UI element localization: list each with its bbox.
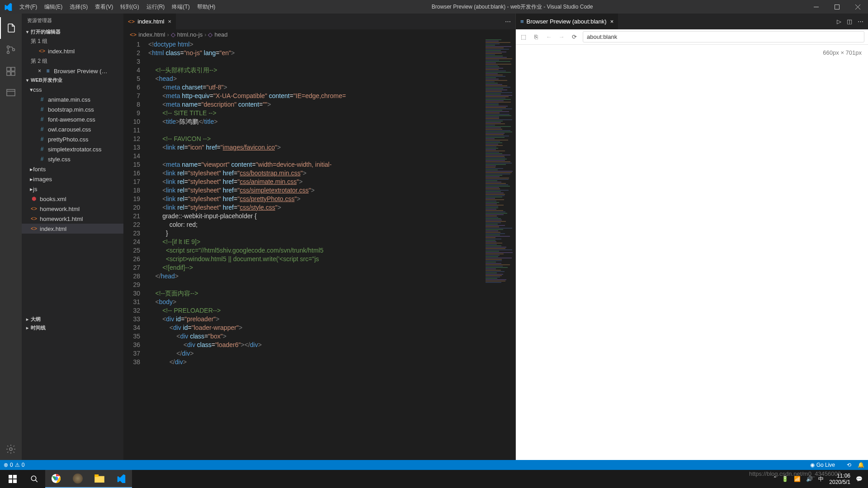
breadcrumb[interactable]: <> index.html › ◇ html.no-js › ◇ head (123, 29, 515, 39)
preview-viewport[interactable]: 660px × 701px (516, 45, 868, 460)
preview-activity-icon[interactable] (0, 82, 22, 104)
file-rotator-css[interactable]: #simpletextrotator.css (22, 144, 123, 154)
svg-rect-14 (13, 479, 17, 483)
svg-point-3 (7, 52, 9, 54)
timeline-section[interactable]: ▸时间线 (22, 324, 123, 332)
file-fontawesome-css[interactable]: #font-awesome.css (22, 114, 123, 124)
menu-go[interactable]: 转到(G) (117, 3, 142, 11)
open-editor-label: Browser Preview (… (54, 68, 107, 75)
tab-label: index.html (137, 18, 164, 25)
run-icon[interactable]: ▷ (837, 18, 841, 25)
extensions-icon[interactable] (0, 61, 22, 82)
file-homework1-html[interactable]: <>homework1.html (22, 214, 123, 224)
url-input[interactable] (583, 31, 864, 42)
minimize-button[interactable] (806, 0, 826, 14)
close-icon[interactable]: × (38, 68, 41, 74)
forward-icon[interactable]: → (557, 33, 566, 40)
file-owl-css[interactable]: #owl.carousel.css (22, 124, 123, 134)
menu-view[interactable]: 查看(V) (91, 3, 117, 11)
split-icon[interactable]: ◫ (847, 18, 852, 25)
file-style-css[interactable]: #style.css (22, 154, 123, 164)
svg-point-4 (13, 49, 15, 51)
more-icon[interactable]: ⋯ (858, 18, 863, 25)
windows-taskbar: ˄ 🔋 📶 🔊 中 11:06 2020/5/1 💬 https://blog.… (0, 470, 868, 488)
window-title: Browser Preview (about:blank) - web开发作业 … (219, 3, 806, 11)
css-file-icon: # (38, 156, 46, 162)
menu-selection[interactable]: 选择(S) (66, 3, 91, 11)
css-file-icon: # (38, 136, 46, 142)
file-label: simpletextrotator.css (48, 146, 102, 153)
css-file-icon: # (38, 146, 46, 152)
warning-count: 0 (22, 462, 25, 468)
file-books-xml[interactable]: ⬢books.xml (22, 194, 123, 204)
chevron-right-icon: ▸ (30, 166, 33, 173)
menu-terminal[interactable]: 终端(T) (168, 3, 193, 11)
file-explorer-button[interactable] (89, 470, 110, 488)
app-button-1[interactable] (67, 470, 89, 488)
minimap[interactable] (484, 39, 515, 460)
vscode-button[interactable] (110, 470, 132, 488)
svg-point-10 (9, 448, 12, 450)
folder-js[interactable]: ▸js (22, 184, 123, 194)
breadcrumb-item[interactable]: html.no-js (177, 31, 203, 38)
file-label: animate.min.css (48, 96, 90, 103)
svg-rect-6 (11, 67, 15, 71)
file-animate-css[interactable]: #animate.min.css (22, 94, 123, 104)
bell-icon[interactable]: 🔔 (858, 462, 864, 468)
back-icon[interactable]: ← (545, 33, 553, 40)
svg-point-2 (7, 46, 9, 48)
menu-run[interactable]: 运行(R) (143, 3, 169, 11)
inspect-icon[interactable]: ⬚ (519, 33, 528, 40)
file-label: books.xml (40, 196, 66, 202)
file-label: style.css (48, 156, 71, 163)
breadcrumb-item[interactable]: head (214, 31, 227, 38)
project-section[interactable]: ▾WEB开发作业 (22, 76, 123, 84)
open-editors-label: 打开的编辑器 (31, 28, 61, 35)
source-control-icon[interactable] (0, 39, 22, 61)
close-button[interactable] (847, 0, 868, 14)
close-icon[interactable]: × (610, 18, 614, 25)
menu-help[interactable]: 帮助(H) (193, 3, 219, 11)
file-bootstrap-css[interactable]: #bootstrap.min.css (22, 104, 123, 114)
tab-browser-preview[interactable]: ≡ Browser Preview (about:blank) × (516, 14, 618, 29)
folder-fonts[interactable]: ▸fonts (22, 164, 123, 174)
reload-icon[interactable]: ⟳ (570, 33, 578, 40)
open-editors-section[interactable]: ▾打开的编辑器 (22, 28, 123, 36)
close-icon[interactable]: × (168, 18, 171, 25)
maximize-button[interactable] (826, 0, 847, 14)
start-button[interactable] (2, 470, 24, 488)
settings-gear-icon[interactable] (0, 438, 22, 460)
device-icon[interactable]: ⎘ (532, 33, 540, 40)
status-errors[interactable]: ⊗0⚠0 (4, 462, 24, 468)
search-button[interactable] (24, 470, 45, 488)
breadcrumb-item[interactable]: index.html (138, 31, 165, 38)
html-file-icon: <> (30, 225, 38, 232)
html-file-icon: <> (30, 206, 38, 212)
sidebar-title: 资源管理器 (22, 14, 123, 28)
file-label: index.html (40, 225, 66, 232)
file-label: homework.html (40, 206, 80, 212)
open-editor-index[interactable]: <>index.html (22, 46, 123, 56)
file-index-html[interactable]: <>index.html (22, 224, 123, 234)
folder-css[interactable]: ▾css (22, 84, 123, 94)
code-editor[interactable]: <!doctype html> <html class="no-js" lang… (148, 39, 484, 460)
file-homework-html[interactable]: <>homework.html (22, 204, 123, 214)
open-editor-preview[interactable]: ×≡Browser Preview (… (22, 66, 123, 76)
notifications-icon[interactable]: 💬 (856, 476, 863, 482)
file-pretty-css[interactable]: #prettyPhoto.css (22, 134, 123, 144)
menu-file[interactable]: 文件(F) (16, 3, 41, 11)
go-live-button[interactable]: ◉Go Live (810, 462, 835, 468)
tab-index-html[interactable]: <> index.html × (123, 14, 176, 29)
file-label: owl.carousel.css (48, 126, 91, 133)
feedback-icon[interactable]: ⟲ (847, 462, 851, 468)
outline-section[interactable]: ▸大纲 (22, 315, 123, 324)
symbol-icon: ◇ (208, 31, 212, 38)
error-icon: ⊗ (4, 462, 8, 468)
css-file-icon: # (38, 126, 46, 132)
editor-more-icon[interactable]: ⋯ (505, 18, 515, 25)
go-live-label: Go Live (816, 462, 835, 468)
chrome-button[interactable] (45, 470, 67, 488)
explorer-icon[interactable] (0, 17, 22, 39)
menu-edit[interactable]: 编辑(E) (41, 3, 66, 11)
folder-images[interactable]: ▸images (22, 174, 123, 184)
